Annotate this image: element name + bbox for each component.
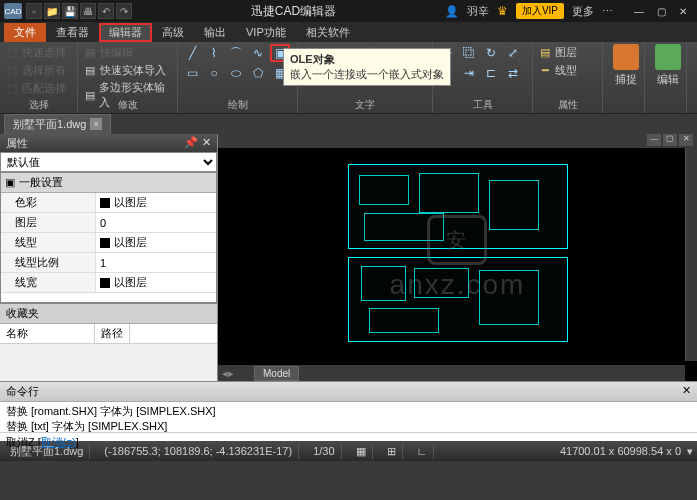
- arc-icon[interactable]: ⌒: [226, 44, 246, 62]
- vip-button[interactable]: 加入VIP: [516, 3, 564, 19]
- cmdline-close-icon[interactable]: ✕: [682, 384, 691, 399]
- props-pin-icon[interactable]: 📌: [184, 136, 198, 150]
- polygon-icon[interactable]: ⬠: [248, 64, 268, 82]
- ribbon-group-draw: ╱ ⌇ ⌒ ∿ ▣ ▭ ○ ⬭ ⬠ ▦ 绘制: [178, 42, 298, 113]
- mdi-close-icon[interactable]: ✕: [679, 134, 693, 146]
- menubar: 文件 查看器 编辑器 高级 输出 VIP功能 相关软件: [0, 22, 697, 42]
- snap-icon: [613, 44, 639, 70]
- ellipse-icon[interactable]: ⬭: [226, 64, 246, 82]
- layer-icon[interactable]: ▤: [537, 44, 553, 60]
- ribbon-label-tools: 工具: [433, 98, 532, 112]
- match-select-icon: ⬚: [4, 80, 20, 96]
- props-grid: ▣一般设置 色彩以图层 图层0 线型以图层 线型比例1 线宽以图层: [0, 172, 217, 303]
- spline-icon[interactable]: ∿: [248, 44, 268, 62]
- more-label[interactable]: 更多: [572, 4, 594, 19]
- props-row-lweight[interactable]: 线宽以图层: [1, 273, 216, 293]
- menu-file[interactable]: 文件: [4, 23, 46, 42]
- commandline-panel: 命令行 ✕ 替换 [romant.SHX] 字体为 [SIMPLEX.SHX] …: [0, 381, 697, 441]
- edit-button[interactable]: 编辑: [649, 44, 687, 87]
- qat-redo-icon[interactable]: ↷: [116, 3, 132, 19]
- status-toggle-3[interactable]: ∟: [411, 443, 435, 459]
- props-default-select[interactable]: 默认值: [0, 152, 217, 172]
- rotate-icon[interactable]: ↻: [481, 44, 501, 62]
- props-close-icon[interactable]: ✕: [202, 136, 211, 150]
- snap-button[interactable]: 捕捉: [607, 44, 645, 87]
- ribbon-label-select: 选择: [0, 98, 77, 112]
- qat-undo-icon[interactable]: ↶: [98, 3, 114, 19]
- props-row-color[interactable]: 色彩以图层: [1, 193, 216, 213]
- maximize-button[interactable]: ▢: [651, 3, 671, 19]
- floor-plan-1: [348, 164, 568, 249]
- linetype-icon[interactable]: ━: [537, 62, 553, 78]
- scrollbar-vertical[interactable]: [685, 148, 697, 361]
- crown-icon: ♛: [497, 4, 508, 18]
- tab-nav-right-icon[interactable]: ▸: [228, 367, 234, 380]
- doc-tab-close-icon[interactable]: ×: [90, 118, 102, 130]
- extend-icon[interactable]: ⇥: [459, 64, 479, 82]
- menu-viewer[interactable]: 查看器: [46, 23, 99, 42]
- props-category-general[interactable]: ▣一般设置: [1, 173, 216, 193]
- rect-icon[interactable]: ▭: [182, 64, 202, 82]
- polyline-icon[interactable]: ⌇: [204, 44, 224, 62]
- props-row-ltscale[interactable]: 线型比例1: [1, 253, 216, 273]
- fav-col-path[interactable]: 路径: [95, 324, 130, 343]
- cmd-history-line: 替换 [romant.SHX] 字体为 [SIMPLEX.SHX]: [6, 404, 691, 419]
- menu-vipfn[interactable]: VIP功能: [236, 23, 296, 42]
- copy-icon[interactable]: ⿻: [459, 44, 479, 62]
- ribbon-group-select: ⬚快速选择 ⬚选择所有 ⬚匹配选择 选择: [0, 42, 78, 113]
- circle-icon[interactable]: ○: [204, 64, 224, 82]
- quick-edit-icon: ▤: [82, 44, 98, 60]
- import-solid-icon: ▤: [82, 62, 98, 78]
- offset-icon[interactable]: ⊏: [481, 64, 501, 82]
- doc-tab[interactable]: 别墅平面1.dwg ×: [4, 114, 111, 135]
- minimize-button[interactable]: —: [629, 3, 649, 19]
- ribbon-label-props: 属性: [533, 98, 602, 112]
- mdi-max-icon[interactable]: ▢: [663, 134, 677, 146]
- props-row-layer[interactable]: 图层0: [1, 213, 216, 233]
- status-dropdown-icon[interactable]: ▾: [687, 445, 693, 458]
- ribbon-group-modify: ▤快编辑 ▤快速实体导入 ▤多边形实体输入 修改: [78, 42, 178, 113]
- status-toggle-2[interactable]: ⊞: [381, 443, 403, 459]
- user-name[interactable]: 羽辛: [467, 4, 489, 19]
- qat-new-icon[interactable]: ▫: [26, 3, 42, 19]
- ribbon-group-edit: 编辑: [645, 42, 687, 113]
- app-title: 迅捷CAD编辑器: [142, 3, 445, 20]
- quick-access-toolbar: ▫ 📁 💾 🖶 ↶ ↷: [26, 3, 132, 19]
- qat-save-icon[interactable]: 💾: [62, 3, 78, 19]
- quick-select-icon: ⬚: [4, 44, 20, 60]
- more-icon[interactable]: ⋯: [602, 5, 613, 18]
- scale-icon[interactable]: ⤢: [503, 44, 523, 62]
- menu-output[interactable]: 输出: [194, 23, 236, 42]
- line-icon[interactable]: ╱: [182, 44, 202, 62]
- collapse-icon[interactable]: ▣: [5, 176, 15, 189]
- menu-editor[interactable]: 编辑器: [99, 23, 152, 42]
- user-icon[interactable]: 👤: [445, 5, 459, 18]
- statusbar: 别墅平面1.dwg (-186755.3; 108189.6; -4.13623…: [0, 441, 697, 461]
- favorites-columns: 名称 路径: [0, 324, 217, 344]
- edit-icon: [655, 44, 681, 70]
- drawing-content: [348, 164, 568, 344]
- mdi-min-icon[interactable]: —: [647, 134, 661, 146]
- ltype-swatch-icon: [100, 238, 110, 248]
- scrollbar-horizontal[interactable]: ◂ ▸ Model: [218, 365, 685, 381]
- titlebar: CAD ▫ 📁 💾 🖶 ↶ ↷ 迅捷CAD编辑器 👤 羽辛 ♛ 加入VIP 更多…: [0, 0, 697, 22]
- tooltip: OLE对象 嵌入一个连接或一个嵌入式对象: [283, 48, 451, 86]
- status-file: 别墅平面1.dwg: [4, 443, 90, 459]
- tooltip-body: 嵌入一个连接或一个嵌入式对象: [290, 67, 444, 82]
- qat-print-icon[interactable]: 🖶: [80, 3, 96, 19]
- mirror-icon[interactable]: ⇄: [503, 64, 523, 82]
- menu-related[interactable]: 相关软件: [296, 23, 360, 42]
- qat-open-icon[interactable]: 📁: [44, 3, 60, 19]
- status-scale[interactable]: 1/30: [307, 443, 341, 459]
- close-button[interactable]: ✕: [673, 3, 693, 19]
- canvas-area[interactable]: — ▢ ✕ anxz.com ◂ ▸ Mod: [218, 134, 697, 381]
- model-tab[interactable]: Model: [254, 366, 299, 381]
- status-toggle-1[interactable]: ▦: [350, 443, 373, 459]
- ribbon-label-text: 文字: [298, 98, 432, 112]
- props-row-ltype[interactable]: 线型以图层: [1, 233, 216, 253]
- commandline-header: 命令行 ✕: [0, 382, 697, 402]
- properties-header: 属性 📌 ✕: [0, 134, 217, 152]
- menu-advanced[interactable]: 高级: [152, 23, 194, 42]
- select-all-icon: ⬚: [4, 62, 20, 78]
- fav-col-name[interactable]: 名称: [0, 324, 95, 343]
